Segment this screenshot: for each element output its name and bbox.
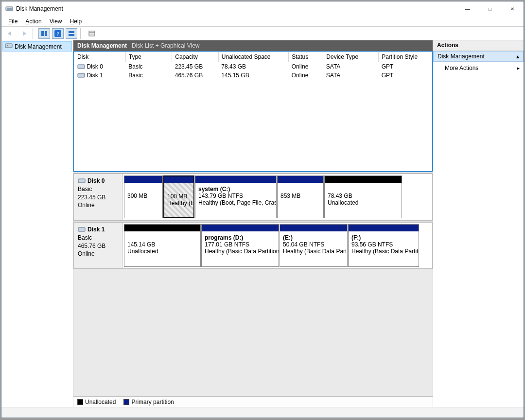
partition-strip: 145.14 GBUnallocated programs (D:)177.01… bbox=[122, 223, 432, 268]
app-icon bbox=[5, 5, 13, 13]
chevron-up-icon: ▴ bbox=[516, 53, 519, 60]
col-status[interactable]: Status bbox=[289, 52, 323, 62]
window-title: Disk Management bbox=[16, 5, 63, 12]
col-unalloc[interactable]: Unallocated Space bbox=[218, 52, 288, 62]
partition[interactable]: 300 MB bbox=[124, 175, 163, 218]
menu-file[interactable]: File bbox=[4, 17, 21, 26]
cell: Basic bbox=[125, 62, 172, 71]
cell: GPT bbox=[379, 71, 432, 80]
cell: SATA bbox=[323, 62, 379, 71]
partition[interactable]: (E:)50.04 GB NTFSHealthy (Basic Data Par… bbox=[280, 224, 348, 267]
toolbar-help-button[interactable]: ? bbox=[52, 28, 64, 39]
main-content: Disk Management Disk Management Disk Lis… bbox=[1, 40, 524, 407]
svg-rect-7 bbox=[69, 34, 74, 36]
cell-disk-name: Disk 1 bbox=[87, 72, 103, 79]
toolbar-view-button-1[interactable] bbox=[38, 28, 50, 39]
minimize-button[interactable]: — bbox=[456, 1, 479, 16]
partition[interactable]: programs (D:)177.01 GB NTFSHealthy (Basi… bbox=[201, 224, 279, 267]
cell: 465.76 GB bbox=[172, 71, 219, 80]
svg-rect-1 bbox=[7, 8, 12, 10]
graphical-view: Disk 0 Basic 223.45 GB Online 300 MB 100… bbox=[73, 174, 433, 396]
window: Disk Management — □ ✕ File Action View H… bbox=[1, 1, 524, 418]
cell: SATA bbox=[323, 71, 379, 80]
toolbar-list-button[interactable] bbox=[86, 28, 98, 39]
disk-list[interactable]: Disk Type Capacity Unallocated Space Sta… bbox=[73, 51, 433, 172]
actions-header: Actions bbox=[433, 40, 524, 51]
titlebar: Disk Management — □ ✕ bbox=[1, 1, 524, 16]
cell: 78.43 GB bbox=[218, 62, 288, 71]
toolbar-view-button-2[interactable] bbox=[66, 28, 77, 39]
toolbar-separator-2 bbox=[80, 28, 83, 39]
tree-item-label: Disk Management bbox=[15, 43, 62, 50]
disk-graph-row: Disk 0 Basic 223.45 GB Online 300 MB 100… bbox=[73, 174, 433, 220]
svg-point-12 bbox=[7, 45, 8, 46]
center-pane: Disk Management Disk List + Graphical Vi… bbox=[73, 40, 433, 407]
maximize-button[interactable]: □ bbox=[479, 1, 501, 16]
col-partstyle[interactable]: Partition Style bbox=[379, 52, 432, 62]
cell: Online bbox=[289, 71, 323, 80]
status-bar bbox=[1, 407, 524, 418]
menu-view[interactable]: View bbox=[46, 17, 66, 26]
tree-item-disk-management[interactable]: Disk Management bbox=[2, 41, 72, 52]
partition-unallocated[interactable]: 78.43 GBUnallocated bbox=[324, 175, 402, 218]
toolbar-separator bbox=[33, 28, 35, 39]
disk-graph-row: Disk 1 Basic 465.76 GB Online 145.14 GBU… bbox=[73, 222, 433, 269]
disk-info[interactable]: Disk 0 Basic 223.45 GB Online bbox=[74, 174, 122, 220]
svg-rect-8 bbox=[89, 31, 95, 36]
cell-disk-name: Disk 0 bbox=[87, 63, 103, 70]
svg-rect-3 bbox=[45, 31, 47, 36]
svg-rect-13 bbox=[78, 65, 85, 69]
cell: GPT bbox=[379, 62, 432, 71]
menubar: File Action View Help bbox=[1, 16, 524, 27]
menu-help[interactable]: Help bbox=[66, 17, 86, 26]
svg-rect-2 bbox=[41, 31, 44, 36]
partition[interactable]: 100 MBHealthy (EFI System Partition) bbox=[163, 175, 194, 218]
center-header: Disk Management Disk List + Graphical Vi… bbox=[73, 40, 433, 51]
menu-action[interactable]: Action bbox=[21, 17, 45, 26]
toolbar: ? bbox=[1, 27, 524, 40]
svg-rect-11 bbox=[5, 44, 12, 48]
disk-info[interactable]: Disk 1 Basic 465.76 GB Online bbox=[74, 223, 122, 268]
partition-unallocated[interactable]: 145.14 GBUnallocated bbox=[124, 224, 201, 267]
partition[interactable]: 853 MB bbox=[277, 175, 324, 218]
partition[interactable]: (F:)93.56 GB NTFSHealthy (Basic Data Par… bbox=[348, 224, 419, 267]
close-button[interactable]: ✕ bbox=[501, 1, 524, 16]
chevron-right-icon: ▸ bbox=[517, 65, 520, 71]
svg-rect-16 bbox=[78, 228, 85, 231]
disk-row[interactable]: Disk 0 Basic 223.45 GB 78.43 GB Online S… bbox=[74, 62, 432, 71]
cell: 145.15 GB bbox=[218, 71, 288, 80]
partition-strip: 300 MB 100 MBHealthy (EFI System Partiti… bbox=[122, 174, 432, 220]
tree-icon bbox=[5, 42, 13, 51]
tree-pane: Disk Management bbox=[1, 40, 73, 407]
svg-rect-15 bbox=[78, 179, 85, 183]
disk-row[interactable]: Disk 1 Basic 465.76 GB 145.15 GB Online … bbox=[74, 71, 432, 80]
legend: Unallocated Primary partition bbox=[73, 396, 433, 407]
cell: 223.45 GB bbox=[172, 62, 219, 71]
actions-pane: Actions Disk Management ▴ More Actions ▸ bbox=[433, 40, 524, 407]
svg-rect-14 bbox=[78, 73, 85, 77]
center-subtitle: Disk List + Graphical View bbox=[132, 42, 200, 49]
col-devtype[interactable]: Device Type bbox=[323, 52, 379, 62]
cell: Basic bbox=[125, 71, 172, 80]
column-header-row: Disk Type Capacity Unallocated Space Sta… bbox=[74, 52, 432, 62]
col-type[interactable]: Type bbox=[125, 52, 172, 62]
cell: Online bbox=[289, 62, 323, 71]
partition[interactable]: system (C:)143.79 GB NTFSHealthy (Boot, … bbox=[195, 175, 277, 218]
forward-button[interactable] bbox=[18, 28, 30, 39]
svg-text:?: ? bbox=[57, 31, 59, 36]
col-disk[interactable]: Disk bbox=[74, 52, 126, 62]
center-title: Disk Management bbox=[77, 42, 127, 49]
svg-rect-6 bbox=[69, 31, 74, 33]
actions-more[interactable]: More Actions ▸ bbox=[433, 62, 524, 74]
actions-group[interactable]: Disk Management ▴ bbox=[433, 51, 524, 62]
legend-unallocated: Unallocated bbox=[77, 399, 116, 405]
back-button[interactable] bbox=[4, 28, 16, 39]
legend-primary: Primary partition bbox=[123, 399, 174, 405]
col-capacity[interactable]: Capacity bbox=[172, 52, 219, 62]
